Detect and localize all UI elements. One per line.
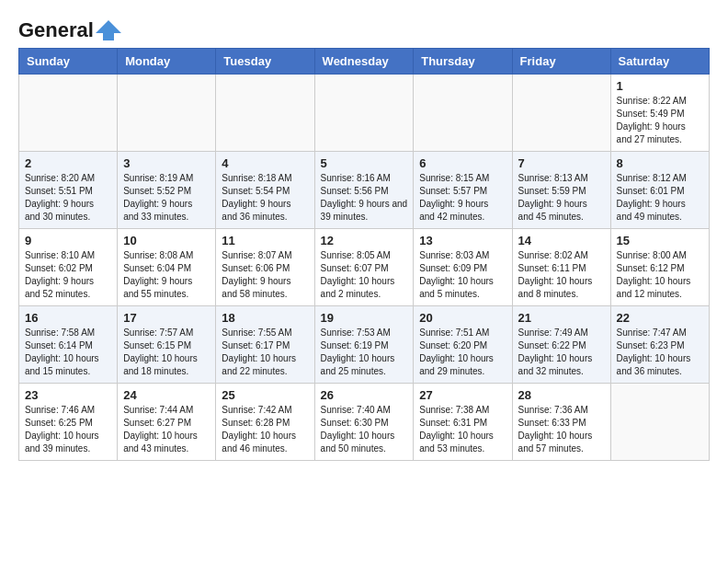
calendar-cell — [216, 75, 314, 152]
day-info: Sunrise: 7:53 AM Sunset: 6:19 PM Dayligh… — [321, 327, 408, 378]
day-info: Sunrise: 8:20 AM Sunset: 5:51 PM Dayligh… — [25, 172, 111, 224]
calendar-cell — [19, 75, 118, 152]
day-number: 13 — [419, 234, 506, 247]
day-info: Sunrise: 8:10 AM Sunset: 6:02 PM Dayligh… — [25, 249, 111, 301]
day-number: 14 — [518, 234, 605, 247]
day-header-sunday: Sunday — [19, 49, 118, 75]
calendar-cell: 25Sunrise: 7:42 AM Sunset: 6:28 PM Dayli… — [216, 384, 314, 461]
calendar-cell: 6Sunrise: 8:15 AM Sunset: 5:57 PM Daylig… — [414, 152, 512, 229]
calendar-cell: 24Sunrise: 7:44 AM Sunset: 6:27 PM Dayli… — [118, 384, 216, 461]
calendar-header-row: SundayMondayTuesdayWednesdayThursdayFrid… — [19, 49, 710, 75]
day-number: 12 — [321, 234, 408, 247]
calendar-week-row: 2Sunrise: 8:20 AM Sunset: 5:51 PM Daylig… — [19, 152, 710, 229]
calendar-cell — [314, 75, 414, 152]
calendar-cell: 14Sunrise: 8:02 AM Sunset: 6:11 PM Dayli… — [512, 229, 610, 306]
day-header-tuesday: Tuesday — [216, 49, 314, 75]
day-number: 19 — [321, 311, 408, 325]
day-number: 18 — [222, 311, 308, 325]
day-info: Sunrise: 7:58 AM Sunset: 6:14 PM Dayligh… — [25, 327, 111, 378]
calendar-cell — [610, 384, 709, 461]
calendar-cell: 2Sunrise: 8:20 AM Sunset: 5:51 PM Daylig… — [19, 152, 118, 229]
day-info: Sunrise: 7:46 AM Sunset: 6:25 PM Dayligh… — [25, 404, 111, 455]
day-number: 16 — [25, 311, 111, 325]
day-number: 9 — [25, 234, 111, 247]
calendar-cell: 23Sunrise: 7:46 AM Sunset: 6:25 PM Dayli… — [19, 384, 118, 461]
calendar-cell: 9Sunrise: 8:10 AM Sunset: 6:02 PM Daylig… — [19, 229, 118, 306]
calendar-table: SundayMondayTuesdayWednesdayThursdayFrid… — [18, 48, 710, 461]
day-number: 20 — [419, 311, 506, 325]
calendar-cell: 16Sunrise: 7:58 AM Sunset: 6:14 PM Dayli… — [19, 306, 118, 384]
day-info: Sunrise: 8:00 AM Sunset: 6:12 PM Dayligh… — [617, 249, 703, 301]
calendar-cell: 13Sunrise: 8:03 AM Sunset: 6:09 PM Dayli… — [414, 229, 512, 306]
day-info: Sunrise: 7:47 AM Sunset: 6:23 PM Dayligh… — [617, 327, 703, 378]
calendar-cell: 19Sunrise: 7:53 AM Sunset: 6:19 PM Dayli… — [314, 306, 414, 384]
day-number: 15 — [617, 234, 703, 247]
day-number: 1 — [617, 79, 703, 93]
calendar-cell: 20Sunrise: 7:51 AM Sunset: 6:20 PM Dayli… — [414, 306, 512, 384]
calendar-cell: 1Sunrise: 8:22 AM Sunset: 5:49 PM Daylig… — [610, 75, 709, 152]
logo-text: General — [18, 18, 94, 42]
day-header-wednesday: Wednesday — [314, 49, 414, 75]
day-header-thursday: Thursday — [414, 49, 512, 75]
calendar-week-row: 16Sunrise: 7:58 AM Sunset: 6:14 PM Dayli… — [19, 306, 710, 384]
calendar-cell: 3Sunrise: 8:19 AM Sunset: 5:52 PM Daylig… — [118, 152, 216, 229]
calendar-cell: 12Sunrise: 8:05 AM Sunset: 6:07 PM Dayli… — [314, 229, 414, 306]
day-number: 22 — [617, 311, 703, 325]
calendar-cell — [512, 75, 610, 152]
calendar-cell — [118, 75, 216, 152]
day-info: Sunrise: 7:40 AM Sunset: 6:30 PM Dayligh… — [321, 404, 408, 455]
day-info: Sunrise: 7:42 AM Sunset: 6:28 PM Dayligh… — [222, 404, 308, 455]
calendar-week-row: 1Sunrise: 8:22 AM Sunset: 5:49 PM Daylig… — [19, 75, 710, 152]
page-header: General — [18, 18, 710, 39]
day-number: 25 — [222, 388, 308, 402]
day-number: 27 — [419, 388, 506, 402]
calendar-cell: 15Sunrise: 8:00 AM Sunset: 6:12 PM Dayli… — [610, 229, 709, 306]
calendar-cell: 17Sunrise: 7:57 AM Sunset: 6:15 PM Dayli… — [118, 306, 216, 384]
calendar-week-row: 23Sunrise: 7:46 AM Sunset: 6:25 PM Dayli… — [19, 384, 710, 461]
day-number: 5 — [321, 156, 408, 170]
calendar-cell: 27Sunrise: 7:38 AM Sunset: 6:31 PM Dayli… — [414, 384, 512, 461]
day-number: 11 — [222, 234, 308, 247]
day-header-monday: Monday — [118, 49, 216, 75]
day-number: 2 — [25, 156, 111, 170]
day-number: 3 — [123, 156, 210, 170]
calendar-week-row: 9Sunrise: 8:10 AM Sunset: 6:02 PM Daylig… — [19, 229, 710, 306]
day-info: Sunrise: 8:18 AM Sunset: 5:54 PM Dayligh… — [222, 172, 308, 224]
day-info: Sunrise: 7:36 AM Sunset: 6:33 PM Dayligh… — [518, 404, 605, 455]
day-info: Sunrise: 8:13 AM Sunset: 5:59 PM Dayligh… — [518, 172, 605, 224]
calendar-cell: 8Sunrise: 8:12 AM Sunset: 6:01 PM Daylig… — [610, 152, 709, 229]
svg-marker-0 — [96, 20, 121, 40]
day-info: Sunrise: 7:38 AM Sunset: 6:31 PM Dayligh… — [419, 404, 506, 455]
calendar-cell: 18Sunrise: 7:55 AM Sunset: 6:17 PM Dayli… — [216, 306, 314, 384]
day-info: Sunrise: 7:44 AM Sunset: 6:27 PM Dayligh… — [123, 404, 210, 455]
day-info: Sunrise: 8:05 AM Sunset: 6:07 PM Dayligh… — [321, 249, 408, 301]
day-info: Sunrise: 7:49 AM Sunset: 6:22 PM Dayligh… — [518, 327, 605, 378]
calendar-cell — [414, 75, 512, 152]
day-info: Sunrise: 7:57 AM Sunset: 6:15 PM Dayligh… — [123, 327, 210, 378]
calendar-cell: 7Sunrise: 8:13 AM Sunset: 5:59 PM Daylig… — [512, 152, 610, 229]
calendar-cell: 21Sunrise: 7:49 AM Sunset: 6:22 PM Dayli… — [512, 306, 610, 384]
day-info: Sunrise: 8:16 AM Sunset: 5:56 PM Dayligh… — [321, 172, 408, 224]
day-number: 8 — [617, 156, 703, 170]
day-info: Sunrise: 8:07 AM Sunset: 6:06 PM Dayligh… — [222, 249, 308, 301]
day-number: 17 — [123, 311, 210, 325]
calendar-cell: 4Sunrise: 8:18 AM Sunset: 5:54 PM Daylig… — [216, 152, 314, 229]
day-number: 4 — [222, 156, 308, 170]
day-number: 24 — [123, 388, 210, 402]
day-info: Sunrise: 8:22 AM Sunset: 5:49 PM Dayligh… — [617, 95, 703, 146]
day-number: 21 — [518, 311, 605, 325]
day-header-saturday: Saturday — [610, 49, 709, 75]
day-info: Sunrise: 8:15 AM Sunset: 5:57 PM Dayligh… — [419, 172, 506, 224]
day-info: Sunrise: 8:12 AM Sunset: 6:01 PM Dayligh… — [617, 172, 703, 224]
day-number: 6 — [419, 156, 506, 170]
calendar-cell: 11Sunrise: 8:07 AM Sunset: 6:06 PM Dayli… — [216, 229, 314, 306]
calendar-cell: 10Sunrise: 8:08 AM Sunset: 6:04 PM Dayli… — [118, 229, 216, 306]
day-info: Sunrise: 7:55 AM Sunset: 6:17 PM Dayligh… — [222, 327, 308, 378]
calendar-cell: 28Sunrise: 7:36 AM Sunset: 6:33 PM Dayli… — [512, 384, 610, 461]
day-info: Sunrise: 7:51 AM Sunset: 6:20 PM Dayligh… — [419, 327, 506, 378]
day-number: 28 — [518, 388, 605, 402]
day-header-friday: Friday — [512, 49, 610, 75]
calendar-cell: 26Sunrise: 7:40 AM Sunset: 6:30 PM Dayli… — [314, 384, 414, 461]
day-info: Sunrise: 8:02 AM Sunset: 6:11 PM Dayligh… — [518, 249, 605, 301]
calendar-cell: 22Sunrise: 7:47 AM Sunset: 6:23 PM Dayli… — [610, 306, 709, 384]
